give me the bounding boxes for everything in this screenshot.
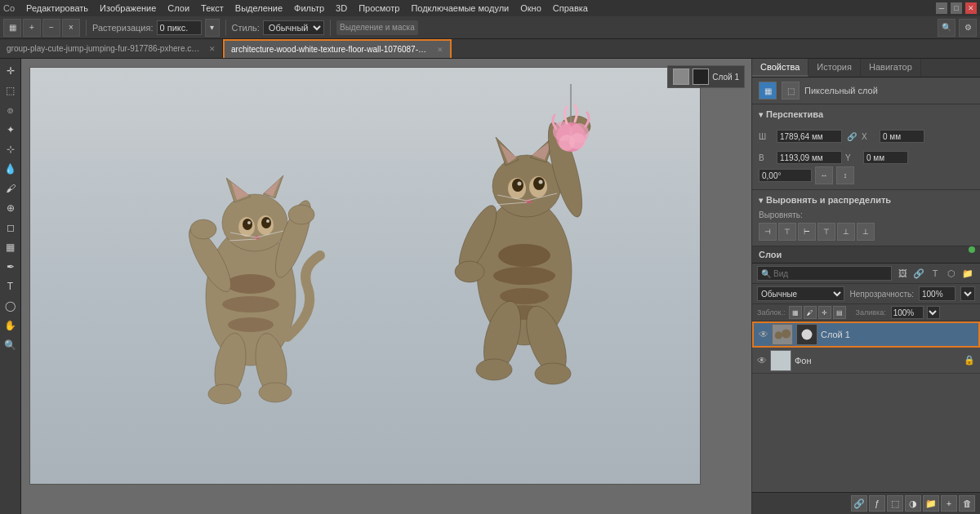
eyedropper-tool[interactable]: 💧 (2, 160, 20, 178)
restore-button[interactable]: □ (951, 2, 962, 14)
pen-tool[interactable]: ✒ (2, 258, 20, 276)
tabs-bar: group-play-cute-jump-jumping-fur-917786-… (0, 39, 980, 59)
align-bottom-btn[interactable]: ⊥ (857, 223, 875, 241)
height-input[interactable] (777, 151, 842, 164)
search-icon[interactable]: 🔍 (938, 19, 956, 37)
menu-plugins[interactable]: Подключаемые модули (406, 2, 514, 15)
text-layer-btn[interactable]: T (928, 266, 942, 281)
link-layers-btn[interactable]: 🔗 (851, 495, 867, 512)
svg-point-62 (775, 331, 782, 339)
tab2-close[interactable]: ✕ (437, 46, 443, 54)
blend-mode-select[interactable]: Обычные (757, 286, 844, 301)
lock-artboard-icon[interactable]: ▤ (833, 306, 846, 319)
svg-point-50 (455, 261, 484, 282)
flip-h-btn[interactable]: ↔ (815, 166, 833, 184)
width-input[interactable] (777, 130, 842, 143)
menu-edit[interactable]: Редактировать (21, 2, 93, 15)
menu-3d[interactable]: 3D (331, 2, 352, 15)
eraser-tool[interactable]: ◻ (2, 219, 20, 237)
tool-add-btn[interactable]: + (23, 19, 41, 37)
menu-filter[interactable]: Фильтр (289, 2, 329, 15)
menu-image[interactable]: Изображение (95, 2, 161, 15)
hand-tool[interactable]: ✋ (2, 317, 20, 335)
select-tool[interactable]: ⬚ (2, 82, 20, 100)
tab-navigator[interactable]: Навигатор (861, 59, 921, 77)
shape-tool[interactable]: ◯ (2, 297, 20, 315)
text-tool[interactable]: T (2, 277, 20, 295)
layer-item-1[interactable]: 👁 Слой 1 (752, 321, 980, 348)
align-top-btn[interactable]: ⊤ (817, 223, 835, 241)
cat-left-svg (169, 133, 357, 419)
tool-intersect-btn[interactable]: × (62, 19, 80, 37)
x-input[interactable] (880, 130, 924, 143)
settings-icon[interactable]: ⚙ (959, 19, 977, 37)
menu-view[interactable]: Просмотр (354, 2, 404, 15)
tab-architecture-image[interactable]: architecture-wood-white-texture-floor-wa… (223, 39, 452, 58)
style-select[interactable]: Обычный (263, 20, 324, 35)
flip-v-btn[interactable]: ↕ (836, 166, 854, 184)
opacity-dropdown[interactable]: ▾ (960, 286, 975, 301)
rasterize-unit-btn[interactable]: ▾ (205, 19, 220, 37)
tab1-close[interactable]: ✕ (209, 45, 216, 53)
rasterize-input[interactable] (157, 20, 202, 35)
svg-point-26 (259, 383, 292, 402)
menu-text[interactable]: Текст (196, 2, 229, 15)
opacity-input[interactable] (919, 286, 956, 301)
magic-wand-tool[interactable]: ✦ (2, 121, 20, 139)
menu-layers[interactable]: Слои (163, 2, 194, 15)
sep2 (225, 20, 226, 36)
align-center-h-btn[interactable]: ⊤ (778, 223, 796, 241)
tool-mode-btn[interactable]: ▦ (3, 19, 21, 37)
close-button[interactable]: ✕ (965, 2, 977, 14)
layers-search-input[interactable] (773, 269, 888, 278)
add-mask-btn[interactable]: ⬚ (887, 495, 903, 512)
zoom-tool[interactable]: 🔍 (2, 336, 20, 354)
lock-paint-icon[interactable]: 🖌 (804, 306, 817, 319)
smart-object-btn[interactable]: ⬡ (944, 266, 959, 281)
layer-thumb-preview (673, 69, 689, 85)
move-tool[interactable]: ✛ (2, 62, 20, 80)
add-folder-btn[interactable]: 📁 (923, 495, 939, 512)
pixel-layer-section: ▦ ⬚ Пиксельный слой (752, 78, 980, 104)
y-input[interactable] (863, 151, 908, 164)
align-center-v-btn[interactable]: ⊥ (837, 223, 855, 241)
brush-tool[interactable]: 🖌 (2, 179, 20, 197)
layers-search-box[interactable]: 🔍 (757, 266, 892, 281)
crop-tool[interactable]: ⊹ (2, 140, 20, 158)
tab-properties[interactable]: Свойства (752, 59, 808, 77)
add-style-btn[interactable]: ƒ (869, 495, 885, 512)
fill-input[interactable] (891, 306, 924, 319)
layer1-visibility-icon[interactable]: 👁 (759, 329, 768, 340)
mask-icon[interactable]: ⬚ (782, 82, 800, 100)
layer-item-background[interactable]: 👁 Фон 🔒 (752, 348, 980, 374)
tab-history[interactable]: История (808, 59, 861, 77)
new-layer-btn[interactable]: 🖼 (895, 266, 910, 281)
minimize-button[interactable]: ─ (936, 2, 947, 14)
blur-selection-mask-btn[interactable]: Выделение и маска (336, 20, 418, 35)
new-layer-bottom-btn[interactable]: + (941, 495, 957, 512)
fill-dropdown[interactable]: ▾ (927, 306, 940, 319)
align-right-btn[interactable]: ⊢ (798, 223, 816, 241)
group-btn[interactable]: 📁 (960, 266, 975, 281)
menu-help[interactable]: Справка (548, 2, 593, 15)
lasso-tool[interactable]: ⌾ (2, 101, 20, 119)
layer-bg-visibility-icon[interactable]: 👁 (757, 355, 767, 366)
rasterize-label: Растеризация: (92, 23, 154, 33)
layer-link-btn[interactable]: 🔗 (911, 266, 926, 281)
gradient-tool[interactable]: ▦ (2, 238, 20, 256)
menu-select[interactable]: Выделение (230, 2, 287, 15)
pixel-layer-icon[interactable]: ▦ (759, 82, 777, 100)
lock-icon: 🔒 (964, 355, 975, 366)
lock-pos-icon[interactable]: ✛ (818, 306, 831, 319)
menu-window[interactable]: Окно (515, 2, 546, 15)
tool-sub-btn[interactable]: − (42, 19, 60, 37)
canvas-area[interactable]: Слой 1 (21, 59, 751, 514)
adjustment-layer-btn[interactable]: ◑ (905, 495, 921, 512)
tab-cat-image[interactable]: group-play-cute-jump-jumping-fur-917786-… (0, 39, 223, 58)
angle-input[interactable] (759, 169, 812, 182)
lock-transp-icon[interactable]: ▦ (789, 306, 802, 319)
delete-layer-btn[interactable]: 🗑 (959, 495, 975, 512)
align-left-btn[interactable]: ⊣ (759, 223, 777, 241)
menubar: Co Редактировать Изображение Слои Текст … (0, 0, 980, 16)
clone-tool[interactable]: ⊕ (2, 199, 20, 217)
